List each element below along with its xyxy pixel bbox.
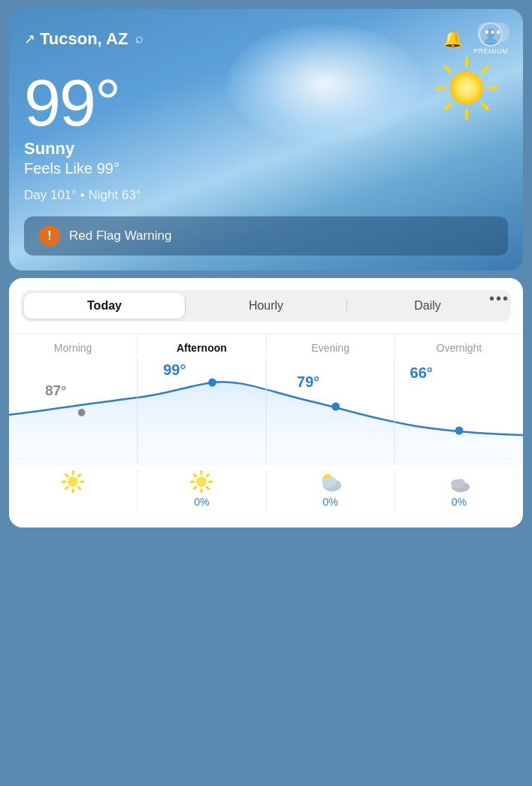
morning-sun-icon [60, 469, 86, 494]
forecast-tabs: Today Hourly Daily [21, 290, 511, 322]
period-evening: Evening [266, 334, 394, 355]
afternoon-detail: 0% [138, 469, 266, 512]
location-arrow-icon: ↗ [24, 31, 35, 47]
svg-rect-7 [443, 65, 453, 74]
svg-rect-3 [480, 101, 490, 111]
afternoon-dot [208, 379, 216, 387]
tab-daily[interactable]: Daily [347, 293, 508, 319]
feels-like: Feels Like 99° [24, 160, 508, 177]
overnight-detail: 0% [395, 469, 523, 512]
svg-rect-24 [206, 485, 210, 490]
svg-rect-21 [201, 470, 203, 475]
day-night-temps: Day 101° • Night 63° [24, 188, 508, 203]
night-temp: Night 63° [89, 188, 141, 202]
svg-rect-6 [435, 86, 446, 89]
svg-point-36 [456, 479, 465, 488]
warning-banner[interactable]: ! Red Flag Warning [24, 216, 508, 255]
morning-label: Morning [54, 342, 92, 355]
evening-precip: 0% [323, 496, 338, 508]
svg-rect-18 [62, 481, 66, 483]
svg-rect-14 [80, 481, 84, 483]
temp-separator: • [80, 188, 89, 202]
period-afternoon: Afternoon [137, 334, 265, 355]
svg-rect-27 [190, 481, 195, 483]
evening-cloud-icon [317, 469, 344, 494]
periods-header: Morning Afternoon Evening Overnight [9, 334, 523, 355]
svg-rect-23 [208, 481, 213, 483]
afternoon-label: Afternoon [177, 342, 227, 355]
overnight-precip: 0% [452, 496, 467, 508]
svg-point-29 [196, 476, 207, 487]
warning-icon: ! [39, 225, 60, 246]
evening-dot [331, 403, 340, 411]
bell-icon[interactable]: 🔔 [443, 29, 463, 49]
forecast-card: ••• Today Hourly Daily Morning Afternoon… [9, 278, 523, 528]
evening-label: Evening [311, 342, 349, 355]
tab-today[interactable]: Today [24, 293, 185, 319]
svg-rect-16 [72, 488, 74, 493]
overnight-cloud-icon [446, 469, 473, 494]
period-overnight: Overnight [394, 334, 523, 355]
sun-weather-icon [433, 54, 500, 122]
svg-point-33 [328, 477, 337, 486]
period-morning: Morning [9, 334, 137, 355]
weather-icons-row: 0% 0% 0% [9, 464, 523, 512]
forecast-more-button[interactable]: ••• [489, 290, 509, 307]
svg-rect-17 [64, 485, 68, 490]
weather-hero-card: ↗ Tucson, AZ ⌕ 🔔 👤 PREMIUM ••• [9, 9, 523, 271]
svg-rect-15 [77, 485, 81, 490]
day-temp: Day 101° [24, 188, 77, 202]
tab-hourly[interactable]: Hourly [186, 293, 346, 319]
weather-condition: Sunny [24, 139, 508, 159]
svg-rect-26 [193, 485, 198, 490]
evening-detail: 0% [267, 469, 395, 512]
more-options-button[interactable]: ••• [477, 23, 509, 42]
svg-rect-4 [465, 109, 468, 119]
svg-rect-1 [480, 65, 490, 74]
location-group: ↗ Tucson, AZ ⌕ [24, 29, 144, 49]
location-name[interactable]: Tucson, AZ [40, 29, 128, 49]
afternoon-precip: 0% [194, 496, 209, 508]
svg-rect-25 [201, 488, 203, 493]
morning-precip [71, 496, 74, 507]
temperature-curve-svg [9, 358, 523, 464]
svg-point-8 [450, 71, 483, 104]
overnight-label: Overnight [437, 342, 482, 355]
svg-point-20 [68, 476, 78, 487]
afternoon-sun-icon [189, 469, 214, 494]
svg-rect-2 [488, 86, 498, 89]
overnight-dot [455, 427, 464, 435]
warning-text: Red Flag Warning [69, 228, 171, 243]
temperature-chart: 87° 99° 79° 66° [9, 358, 523, 464]
svg-rect-13 [77, 473, 81, 477]
morning-detail [9, 469, 138, 512]
morning-dot [78, 409, 86, 416]
svg-rect-12 [72, 470, 74, 475]
svg-rect-5 [443, 101, 453, 111]
svg-rect-28 [193, 473, 198, 477]
header-row: ↗ Tucson, AZ ⌕ 🔔 👤 PREMIUM [24, 23, 508, 55]
svg-rect-22 [206, 473, 210, 477]
search-icon[interactable]: ⌕ [135, 31, 144, 47]
svg-rect-19 [64, 473, 68, 477]
svg-rect-0 [465, 56, 468, 67]
